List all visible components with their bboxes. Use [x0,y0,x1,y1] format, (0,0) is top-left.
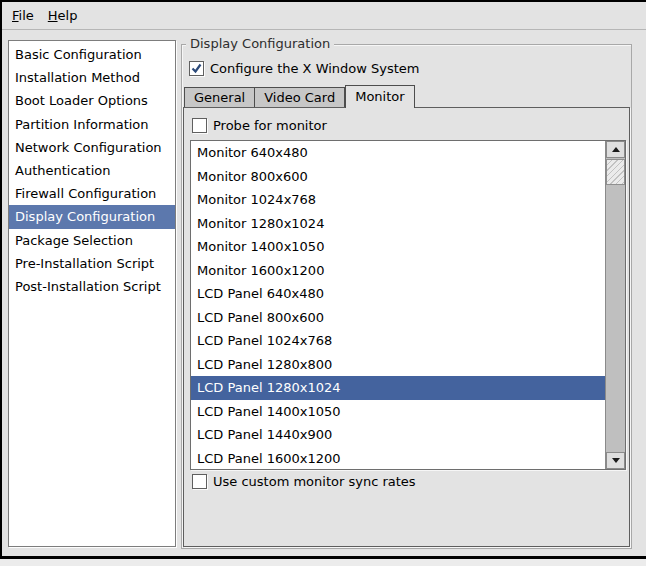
tab-general[interactable]: General [184,87,255,108]
monitor-item-lcd-panel-1600x1200[interactable]: LCD Panel 1600x1200 [191,447,605,470]
monitor-item-lcd-panel-1280x1024[interactable]: LCD Panel 1280x1024 [191,376,605,400]
menu-item-help[interactable]: Help [41,4,85,28]
sidebar-item-boot-loader-options[interactable]: Boot Loader Options [9,89,175,112]
sidebar-item-authentication[interactable]: Authentication [9,159,175,182]
configure-x-checkbox[interactable] [189,61,204,76]
sidebar-item-pre-installation-script[interactable]: Pre-Installation Script [9,252,175,275]
monitor-item-lcd-panel-640x480[interactable]: LCD Panel 640x480 [191,282,605,306]
monitor-item-monitor-1024x768[interactable]: Monitor 1024x768 [191,188,605,212]
monitor-list: Monitor 640x480Monitor 800x600Monitor 10… [190,140,626,470]
scrollbar[interactable] [605,141,625,469]
menu-item-file[interactable]: File [5,4,41,28]
sidebar-item-installation-method[interactable]: Installation Method [9,66,175,89]
monitor-item-lcd-panel-1024x768[interactable]: LCD Panel 1024x768 [191,329,605,353]
window: { "menu": { "items": ["File", "Help"] },… [0,0,646,566]
custom-sync-label: Use custom monitor sync rates [213,474,416,490]
monitor-item-lcd-panel-1440x900[interactable]: LCD Panel 1440x900 [191,423,605,447]
sidebar-item-post-installation-script[interactable]: Post-Installation Script [9,275,175,298]
scroll-up-button[interactable] [606,141,625,158]
probe-monitor-row: Probe for monitor [192,118,327,134]
configure-x-row: Configure the X Window System [189,61,420,77]
checkmark-icon [190,62,203,75]
sidebar-item-display-configuration[interactable]: Display Configuration [9,205,175,228]
monitor-item-lcd-panel-1280x800[interactable]: LCD Panel 1280x800 [191,353,605,377]
monitor-rows: Monitor 640x480Monitor 800x600Monitor 10… [191,141,605,469]
configure-x-label: Configure the X Window System [210,61,420,77]
sidebar-item-basic-configuration[interactable]: Basic Configuration [9,43,175,66]
monitor-item-monitor-640x480[interactable]: Monitor 640x480 [191,141,605,165]
monitor-item-monitor-1400x1050[interactable]: Monitor 1400x1050 [191,235,605,259]
probe-monitor-checkbox[interactable] [192,118,207,133]
scroll-down-button[interactable] [606,452,625,469]
sidebar-list: Basic ConfigurationInstallation MethodBo… [8,40,176,547]
tab-bar: GeneralVideo CardMonitor [184,85,415,108]
monitor-item-monitor-1280x1024[interactable]: Monitor 1280x1024 [191,212,605,236]
sidebar-item-network-configuration[interactable]: Network Configuration [9,136,175,159]
monitor-item-monitor-1600x1200[interactable]: Monitor 1600x1200 [191,259,605,283]
scroll-up-icon [612,147,620,152]
tab-video-card[interactable]: Video Card [255,87,345,108]
scrollbar-thumb[interactable] [606,159,625,185]
scroll-down-icon [612,458,620,463]
probe-monitor-label: Probe for monitor [213,118,327,134]
custom-sync-row: Use custom monitor sync rates [192,474,416,490]
tab-monitor[interactable]: Monitor [345,85,414,108]
monitor-item-lcd-panel-800x600[interactable]: LCD Panel 800x600 [191,306,605,330]
frame-title: Display Configuration [186,36,334,52]
sidebar-item-firewall-configuration[interactable]: Firewall Configuration [9,182,175,205]
menubar: File Help [2,2,646,30]
custom-sync-checkbox[interactable] [192,474,207,489]
monitor-item-lcd-panel-1400x1050[interactable]: LCD Panel 1400x1050 [191,400,605,424]
sidebar-item-package-selection[interactable]: Package Selection [9,229,175,252]
app-window: File Help Basic ConfigurationInstallatio… [0,0,646,559]
monitor-item-monitor-800x600[interactable]: Monitor 800x600 [191,165,605,189]
sidebar-item-partition-information[interactable]: Partition Information [9,113,175,136]
